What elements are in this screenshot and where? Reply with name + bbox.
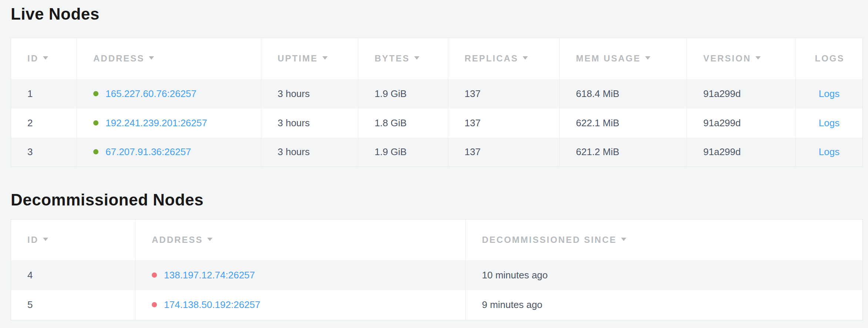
node-version-cell: 91a299d: [687, 138, 796, 167]
node-bytes-cell: 1.8 GiB: [358, 108, 448, 138]
node-id-cell: 2: [11, 108, 77, 138]
sort-arrow-icon: [755, 56, 761, 60]
sort-arrow-icon: [414, 56, 419, 60]
live-node-row: 2 192.241.239.201:26257 3 hours 1.8 GiB …: [11, 108, 863, 138]
node-replicas-cell: 137: [448, 79, 560, 108]
node-replicas-cell: 137: [448, 108, 560, 138]
decommissioned-nodes-table: ID ADDRESS DECOMMISSIONED SINCE 4 138.19…: [11, 219, 863, 320]
node-logs-cell: Logs: [796, 138, 863, 167]
column-label: ID: [27, 53, 38, 63]
node-address-link[interactable]: 165.227.60.76:26257: [105, 88, 197, 99]
node-address-link[interactable]: 174.138.50.192:26257: [164, 299, 260, 310]
sort-arrow-icon: [322, 56, 328, 60]
node-address-cell: 138.197.12.74:26257: [135, 260, 466, 290]
sort-arrow-icon: [621, 238, 626, 241]
node-logs-link[interactable]: Logs: [819, 88, 839, 99]
decomm-col-header-decommissioned-since[interactable]: DECOMMISSIONED SINCE: [466, 220, 863, 260]
node-address-cell: 67.207.91.36:26257: [77, 138, 261, 167]
node-decommissioned-since-cell: 10 minutes ago: [466, 260, 863, 290]
node-mem-usage-cell: 621.2 MiB: [560, 138, 687, 167]
node-logs-cell: Logs: [796, 108, 863, 138]
live-col-header-version[interactable]: VERSION: [687, 38, 796, 79]
sort-arrow-icon: [43, 238, 48, 241]
decommissioned-nodes-title: Decommissioned Nodes: [11, 190, 863, 210]
live-col-header-mem-usage[interactable]: MEM USAGE: [560, 38, 687, 79]
decommissioned-node-row: 4 138.197.12.74:26257 10 minutes ago: [11, 260, 863, 290]
decommissioned-nodes-section: Decommissioned Nodes ID ADDRESS DECOMMIS…: [11, 190, 863, 320]
sort-arrow-icon: [149, 56, 154, 60]
column-label: LOGS: [815, 53, 844, 63]
node-live-status-icon: [93, 149, 98, 154]
node-address-link[interactable]: 138.197.12.74:26257: [164, 270, 255, 281]
live-nodes-section: Live Nodes ID ADDRESS UPTIME BYTES REPLI…: [11, 4, 863, 167]
decomm-col-header-id[interactable]: ID: [11, 220, 135, 260]
node-decommissioned-status-icon: [152, 302, 157, 307]
column-label: ID: [27, 235, 38, 245]
node-mem-usage-cell: 622.1 MiB: [560, 108, 687, 138]
live-node-row: 1 165.227.60.76:26257 3 hours 1.9 GiB 13…: [11, 79, 863, 108]
node-id-cell: 1: [11, 79, 77, 108]
live-nodes-header-row: ID ADDRESS UPTIME BYTES REPLICAS MEM USA…: [11, 38, 863, 79]
live-col-header-address[interactable]: ADDRESS: [77, 38, 261, 79]
node-logs-link[interactable]: Logs: [819, 146, 839, 157]
sort-arrow-icon: [207, 238, 212, 241]
node-uptime-cell: 3 hours: [261, 79, 358, 108]
node-address-cell: 165.227.60.76:26257: [77, 79, 261, 108]
decomm-col-header-address[interactable]: ADDRESS: [135, 220, 466, 260]
decommissioned-nodes-header-row: ID ADDRESS DECOMMISSIONED SINCE: [11, 220, 863, 260]
node-bytes-cell: 1.9 GiB: [358, 138, 448, 167]
node-decommissioned-status-icon: [152, 272, 157, 278]
column-label: VERSION: [703, 53, 751, 63]
node-address-link[interactable]: 67.207.91.36:26257: [105, 146, 191, 157]
node-logs-cell: Logs: [796, 79, 863, 108]
decommissioned-node-row: 5 174.138.50.192:26257 9 minutes ago: [11, 290, 863, 320]
node-uptime-cell: 3 hours: [261, 138, 358, 167]
live-col-header-bytes[interactable]: BYTES: [358, 38, 448, 79]
node-version-cell: 91a299d: [687, 108, 796, 138]
node-uptime-cell: 3 hours: [261, 108, 358, 138]
node-address-cell: 192.241.239.201:26257: [77, 108, 261, 138]
node-replicas-cell: 137: [448, 138, 560, 167]
node-bytes-cell: 1.9 GiB: [358, 79, 448, 108]
column-label: DECOMMISSIONED SINCE: [482, 235, 617, 245]
live-col-header-uptime[interactable]: UPTIME: [261, 38, 358, 79]
node-live-status-icon: [93, 91, 98, 96]
live-nodes-title: Live Nodes: [11, 4, 863, 24]
column-label: REPLICAS: [465, 53, 518, 63]
node-logs-link[interactable]: Logs: [819, 117, 839, 128]
node-address-cell: 174.138.50.192:26257: [135, 290, 466, 320]
live-col-header-replicas[interactable]: REPLICAS: [448, 38, 560, 79]
node-id-cell: 3: [11, 138, 77, 167]
sort-arrow-icon: [43, 56, 48, 60]
live-col-header-id[interactable]: ID: [11, 38, 77, 79]
live-nodes-table: ID ADDRESS UPTIME BYTES REPLICAS MEM USA…: [11, 38, 863, 167]
live-node-row: 3 67.207.91.36:26257 3 hours 1.9 GiB 137…: [11, 138, 863, 167]
sort-arrow-icon: [645, 56, 650, 60]
column-label: UPTIME: [278, 53, 318, 63]
cluster-nodes-page: Live Nodes ID ADDRESS UPTIME BYTES REPLI…: [0, 0, 868, 320]
node-decommissioned-since-cell: 9 minutes ago: [466, 290, 863, 320]
node-live-status-icon: [93, 120, 98, 125]
live-col-header-logs: LOGS: [796, 38, 863, 79]
column-label: ADDRESS: [152, 235, 203, 245]
column-label: ADDRESS: [93, 53, 144, 63]
node-version-cell: 91a299d: [687, 79, 796, 108]
node-id-cell: 5: [11, 290, 135, 320]
node-id-cell: 4: [11, 260, 135, 290]
node-address-link[interactable]: 192.241.239.201:26257: [105, 117, 207, 128]
column-label: BYTES: [375, 53, 410, 63]
column-label: MEM USAGE: [576, 53, 641, 63]
sort-arrow-icon: [523, 56, 528, 60]
node-mem-usage-cell: 618.4 MiB: [560, 79, 687, 108]
